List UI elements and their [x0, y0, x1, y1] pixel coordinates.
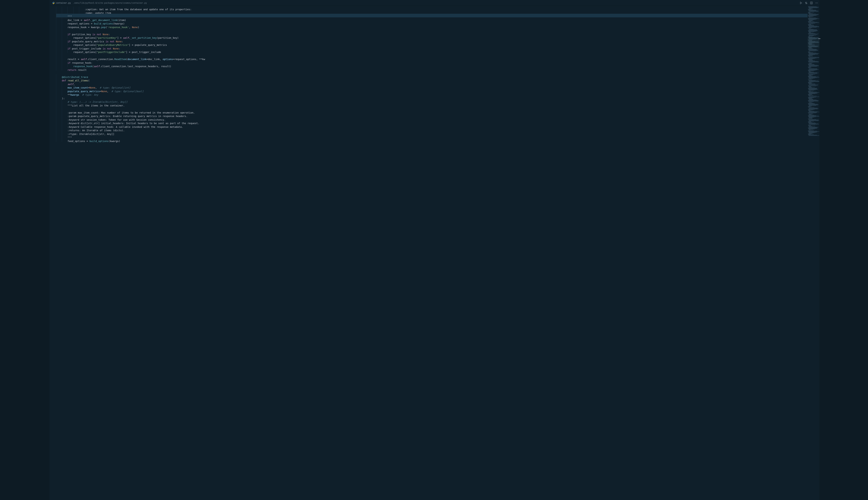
code-area[interactable]: :caption: Get an item from the database … — [49, 6, 253, 142]
code-line[interactable]: :param max_item_count: Max number of ite… — [56, 110, 253, 114]
code-line[interactable]: **kwargs # type: Any — [56, 92, 253, 96]
code-line[interactable]: populate_query_metrics=None, # type: Opt… — [56, 89, 253, 92]
tab-filename: container.py — [56, 2, 71, 4]
code-line[interactable]: :returns: An Iterable of items (dicts). — [56, 128, 253, 131]
code-line[interactable]: ): — [56, 96, 253, 99]
code-line[interactable]: if populate_query_metrics is not None: — [56, 39, 253, 42]
code-content[interactable]: :caption: Get an item from the database … — [56, 6, 253, 142]
code-line[interactable]: max_item_count=None, # type: Optional[in… — [56, 85, 253, 89]
code-line[interactable]: """List all the items in the container. — [56, 103, 253, 106]
code-line[interactable]: doc_link = self._get_document_link(item) — [56, 18, 253, 21]
code-line[interactable]: result = self.client_connection.ReadItem… — [56, 56, 253, 60]
code-line[interactable]: self, — [56, 81, 253, 85]
code-line[interactable] — [56, 71, 253, 74]
editor-pane: container.py .venv/lib/python3.8/site-pa… — [49, 0, 253, 142]
code-line[interactable]: if response_hook: — [56, 60, 253, 64]
code-line[interactable] — [56, 106, 253, 110]
code-line[interactable]: def read_all_items( — [56, 78, 253, 81]
tab-bar: container.py .venv/lib/python3.8/site-pa… — [49, 0, 253, 6]
file-tab[interactable]: container.py — [51, 0, 72, 6]
code-line[interactable]: response_hook(self.client_connection.las… — [56, 64, 253, 67]
code-line[interactable]: :keyword dict[str,str] initial_headers: … — [56, 121, 253, 124]
code-line[interactable]: :rtype: Iterable[dict[str, Any]] — [56, 131, 253, 135]
breadcrumb-path[interactable]: .venv/lib/python3.8/site-packages/azure/… — [73, 2, 147, 4]
code-line[interactable]: :name: update_item — [56, 10, 253, 14]
code-line[interactable]: :keyword str session_token: Token for us… — [56, 117, 253, 121]
code-line[interactable]: return result — [56, 67, 253, 71]
code-line[interactable]: response_hook = kwargs.pop('response_hoo… — [56, 24, 253, 28]
code-line[interactable]: request_options["partitionKey"] = self._… — [56, 35, 253, 39]
python-icon — [52, 2, 55, 4]
code-line[interactable] — [56, 53, 253, 57]
code-line[interactable]: :param populate_query_metrics: Enable re… — [56, 113, 253, 117]
code-line[interactable]: :keyword Callable response_hook: A calla… — [56, 124, 253, 128]
gutter — [49, 6, 56, 142]
code-line[interactable]: @distributed_trace — [56, 74, 253, 78]
code-line[interactable]: """ — [56, 135, 253, 138]
code-line[interactable]: feed_options = build_options(kwargs) — [56, 138, 253, 142]
code-line[interactable]: """ — [56, 14, 253, 18]
code-line[interactable] — [56, 28, 253, 32]
code-line[interactable]: if partition_key is not None: — [56, 32, 253, 35]
code-line[interactable]: request_options = build_options(kwargs) — [56, 21, 253, 24]
code-line[interactable]: request_options["postTriggerInclude"] = … — [56, 49, 253, 53]
code-line[interactable]: if post_trigger_include is not None: — [56, 46, 253, 49]
code-line[interactable]: request_options["populateQueryMetrics"] … — [56, 42, 253, 46]
code-line[interactable]: :caption: Get an item from the database … — [56, 7, 253, 10]
code-line[interactable]: # type: (...) -> Iterable[Dict[str, Any]… — [56, 99, 253, 103]
